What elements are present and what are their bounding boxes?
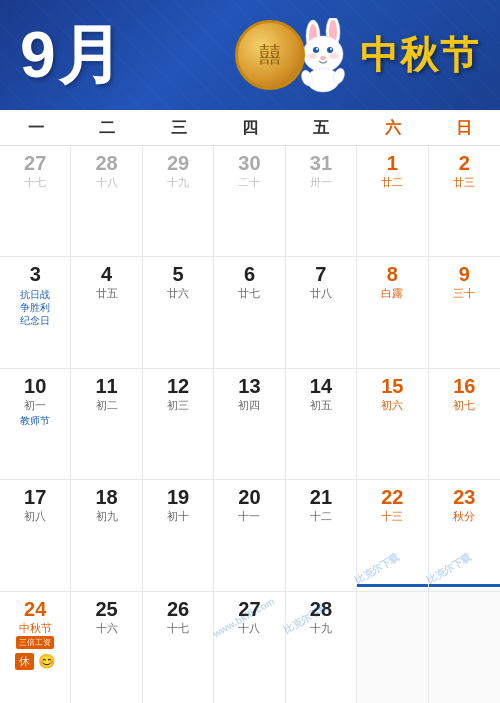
lunar-text: 初九 bbox=[96, 509, 118, 523]
svg-point-5 bbox=[313, 47, 319, 53]
lunar-text: 十七 bbox=[167, 621, 189, 635]
day-number: 30 bbox=[238, 151, 260, 175]
day-cell[interactable]: 15 初六 bbox=[357, 369, 428, 479]
day-number: 11 bbox=[96, 374, 118, 398]
day-cell[interactable]: 13 初四 bbox=[214, 369, 285, 479]
day-number: 25 bbox=[96, 597, 118, 621]
day-cell[interactable]: 16 初七 bbox=[429, 369, 500, 479]
day-cell[interactable]: 7 廿八 bbox=[286, 257, 357, 367]
lunar-text: 秋分 bbox=[453, 509, 475, 523]
day-number: 18 bbox=[96, 485, 118, 509]
weekday-sun: 日 bbox=[429, 118, 500, 139]
day-cell[interactable]: 10 初一 教师节 bbox=[0, 369, 71, 479]
day-number: 20 bbox=[238, 485, 260, 509]
lunar-text: 十六 bbox=[96, 621, 118, 635]
day-cell[interactable]: 9 三十 bbox=[429, 257, 500, 367]
calendar-week-5: 24 中秋节 三倍工资 休 😊 25 十六 26 十七 2 bbox=[0, 592, 500, 703]
festival-title: 中秋节 bbox=[360, 30, 480, 81]
mooncake-circle: 囍 bbox=[235, 20, 305, 90]
lunar-text: 十一 bbox=[238, 509, 260, 523]
day-cell[interactable]: 28 十九 比克尔下载 bbox=[286, 592, 357, 703]
mooncake-decoration: 囍 bbox=[235, 20, 305, 90]
day-number: 27 bbox=[24, 151, 46, 175]
weekday-wed: 三 bbox=[143, 118, 214, 139]
day-cell[interactable]: 27 十八 www.bkill.com bbox=[214, 592, 285, 703]
day-number: 13 bbox=[238, 374, 260, 398]
calendar-week-1: 27 十七 28 十八 29 十九 30 二十 31 卅一 bbox=[0, 146, 500, 257]
day-cell[interactable]: 23 秋分 比克尔下载 bbox=[429, 480, 500, 590]
day-number: 19 bbox=[167, 485, 189, 509]
svg-point-6 bbox=[327, 47, 333, 53]
day-cell[interactable]: 27 十七 bbox=[0, 146, 71, 256]
calendar-body: 一 二 三 四 五 六 日 27 十七 28 十八 29 bbox=[0, 110, 500, 703]
day-cell[interactable]: 30 二十 bbox=[214, 146, 285, 256]
day-cell[interactable]: 19 初十 bbox=[143, 480, 214, 590]
day-cell-empty bbox=[357, 592, 428, 703]
day-number: 17 bbox=[24, 485, 46, 509]
weekday-header: 一 二 三 四 五 六 日 bbox=[0, 110, 500, 146]
mooncake-pattern-icon: 囍 bbox=[259, 40, 281, 70]
lunar-text: 初四 bbox=[238, 398, 260, 412]
day-number: 29 bbox=[167, 151, 189, 175]
day-number: 3 bbox=[30, 262, 41, 286]
day-cell[interactable]: 6 廿七 bbox=[214, 257, 285, 367]
svg-point-13 bbox=[307, 53, 317, 59]
calendar-header: 9月 囍 bbox=[0, 0, 500, 110]
svg-point-8 bbox=[330, 48, 332, 50]
day-cell[interactable]: 1 廿二 bbox=[357, 146, 428, 256]
lunar-text: 初五 bbox=[310, 398, 332, 412]
lunar-text: 初七 bbox=[453, 398, 475, 412]
day-number: 10 bbox=[24, 374, 46, 398]
underline-decoration bbox=[429, 584, 500, 587]
day-number: 22 bbox=[381, 485, 403, 509]
weekday-fri: 五 bbox=[286, 118, 357, 139]
day-number: 8 bbox=[387, 262, 398, 286]
lunar-text: 廿六 bbox=[167, 286, 189, 300]
day-number: 15 bbox=[381, 374, 403, 398]
day-cell[interactable]: 18 初九 bbox=[71, 480, 142, 590]
svg-point-9 bbox=[320, 56, 326, 60]
svg-point-7 bbox=[316, 48, 318, 50]
day-number: 1 bbox=[387, 151, 398, 175]
day-cell[interactable]: 5 廿六 bbox=[143, 257, 214, 367]
lunar-text: 十九 bbox=[167, 175, 189, 189]
day-cell[interactable]: 3 抗日战争胜利纪念日 bbox=[0, 257, 71, 367]
weekday-tue: 二 bbox=[71, 118, 142, 139]
triple-pay-badge: 三倍工资 bbox=[16, 636, 54, 649]
day-cell[interactable]: 29 十九 bbox=[143, 146, 214, 256]
day-number: 12 bbox=[167, 374, 189, 398]
day-number: 5 bbox=[173, 262, 184, 286]
day-cell[interactable]: 28 十八 bbox=[71, 146, 142, 256]
day-cell-24[interactable]: 24 中秋节 三倍工资 休 😊 bbox=[0, 592, 71, 703]
lunar-text: 白露 bbox=[381, 286, 403, 300]
day-number: 16 bbox=[453, 374, 475, 398]
calendar-week-4: 17 初八 18 初九 19 初十 20 十一 21 十二 bbox=[0, 480, 500, 591]
day-cell[interactable]: 11 初二 bbox=[71, 369, 142, 479]
lunar-text: 初三 bbox=[167, 398, 189, 412]
day-cell[interactable]: 26 十七 bbox=[143, 592, 214, 703]
lunar-text: 廿三 bbox=[453, 175, 475, 189]
day-cell[interactable]: 31 卅一 bbox=[286, 146, 357, 256]
day-cell[interactable]: 4 廿五 bbox=[71, 257, 142, 367]
lunar-text: 卅一 bbox=[310, 175, 332, 189]
calendar-week-2: 3 抗日战争胜利纪念日 4 廿五 5 廿六 6 廿七 7 廿八 bbox=[0, 257, 500, 368]
day-number: 24 bbox=[24, 597, 46, 621]
day-cell[interactable]: 20 十一 bbox=[214, 480, 285, 590]
day-cell[interactable]: 21 十二 bbox=[286, 480, 357, 590]
day-cell[interactable]: 25 十六 bbox=[71, 592, 142, 703]
lunar-text: 廿二 bbox=[381, 175, 403, 189]
day-cell[interactable]: 14 初五 bbox=[286, 369, 357, 479]
day-cell[interactable]: 8 白露 bbox=[357, 257, 428, 367]
weekday-sat: 六 bbox=[357, 118, 428, 139]
day-cell[interactable]: 2 廿三 bbox=[429, 146, 500, 256]
lunar-text: 三十 bbox=[453, 286, 475, 300]
lunar-text: 廿七 bbox=[238, 286, 260, 300]
month-title: 9月 bbox=[20, 12, 124, 99]
day-cell[interactable]: 22 十三 比克尔下载 bbox=[357, 480, 428, 590]
emoji-badge: 😊 bbox=[38, 653, 55, 670]
lunar-text: 初二 bbox=[96, 398, 118, 412]
day-cell[interactable]: 17 初八 bbox=[0, 480, 71, 590]
day-number: 31 bbox=[310, 151, 332, 175]
day-number: 28 bbox=[310, 597, 332, 621]
day-cell[interactable]: 12 初三 bbox=[143, 369, 214, 479]
